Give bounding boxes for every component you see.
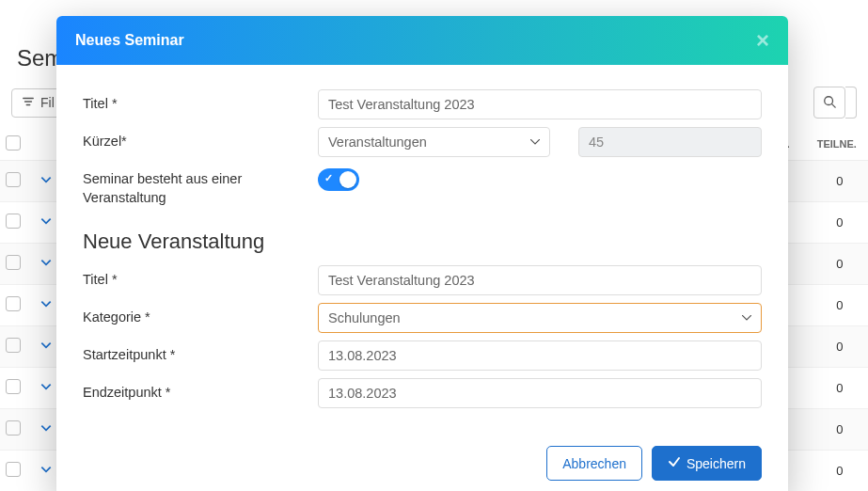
kurzel-number-input	[578, 127, 762, 157]
modal-title: Neues Seminar	[75, 32, 184, 49]
check-icon	[668, 455, 681, 471]
field-row-single-event: Seminar besteht aus einer Veranstaltung	[83, 165, 762, 207]
label-event-titel: Titel *	[83, 265, 318, 290]
section-title: Neue Veranstaltung	[83, 230, 762, 254]
label-single-event: Seminar besteht aus einer Veranstaltung	[83, 165, 318, 207]
kategorie-select[interactable]: Schulungen	[318, 303, 762, 333]
field-row-start: Startzeitpunkt *	[83, 341, 762, 371]
field-row-kurzel: Kürzel* Veranstaltungen	[83, 127, 762, 157]
end-input[interactable]	[318, 378, 762, 408]
field-row-kategorie: Kategorie * Schulungen	[83, 303, 762, 333]
single-event-toggle[interactable]	[318, 168, 359, 191]
cancel-label: Abbrechen	[562, 456, 626, 471]
start-input[interactable]	[318, 341, 762, 371]
modal-body: Titel * Kürzel* Veranstaltungen Seminar …	[56, 65, 788, 433]
label-end: Endzeitpunkt *	[83, 378, 318, 403]
field-row-titel: Titel *	[83, 89, 762, 119]
cancel-button[interactable]: Abbrechen	[546, 446, 642, 481]
event-titel-input[interactable]	[318, 265, 762, 295]
modal-header: Neues Seminar ×	[56, 16, 788, 65]
modal-footer: Abbrechen Speichern	[56, 433, 788, 491]
label-kategorie: Kategorie *	[83, 303, 318, 327]
modal-backdrop[interactable]: Neues Seminar × Titel * Kürzel* Veransta…	[0, 0, 868, 491]
new-seminar-modal: Neues Seminar × Titel * Kürzel* Veransta…	[56, 16, 788, 491]
kurzel-select[interactable]: Veranstaltungen	[318, 127, 550, 157]
close-icon[interactable]: ×	[756, 29, 769, 52]
field-row-event-titel: Titel *	[83, 265, 762, 295]
save-label: Speichern	[687, 456, 746, 471]
label-titel: Titel *	[83, 89, 318, 114]
field-row-end: Endzeitpunkt *	[83, 378, 762, 408]
titel-input[interactable]	[318, 89, 762, 119]
save-button[interactable]: Speichern	[652, 446, 762, 481]
label-start: Startzeitpunkt *	[83, 341, 318, 365]
label-kurzel: Kürzel*	[83, 127, 318, 151]
